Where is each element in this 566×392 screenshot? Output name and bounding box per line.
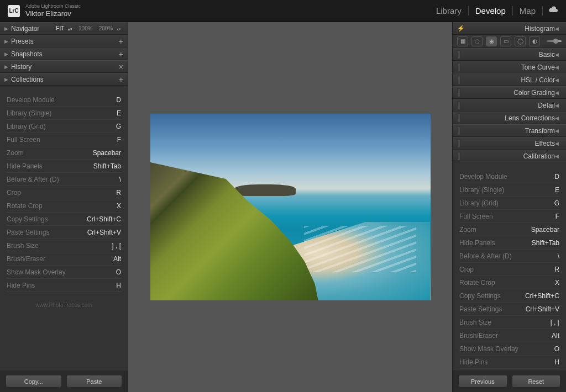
collapse-icon: ▶: [4, 39, 11, 44]
shortcut-row: ZoomSpacebar: [459, 223, 559, 236]
panel-histogram[interactable]: ⚡ Histogram ◀: [453, 22, 566, 35]
panel-switch-icon[interactable]: [457, 101, 460, 110]
preview-image[interactable]: [150, 114, 431, 300]
module-library[interactable]: Library: [429, 6, 469, 15]
shortcut-row: Hide PanelsShift+Tab: [459, 236, 559, 250]
panel-switch-icon[interactable]: [457, 50, 460, 59]
shortcut-row: Library (Single)E: [7, 107, 121, 120]
panel-effects[interactable]: Effects◀: [453, 137, 566, 150]
panel-color-grading[interactable]: Color Grading◀: [453, 86, 566, 99]
collapse-icon: ▶: [4, 77, 11, 82]
collapse-icon: ◀: [555, 128, 562, 134]
shortcut-row: ZoomSpacebar: [7, 146, 121, 160]
previous-button[interactable]: Previous: [458, 375, 507, 388]
panel-transform[interactable]: Transform◀: [453, 124, 566, 137]
right-panel: ⚡ Histogram ◀ ▦ ◌ ◉ ▭ ◯ ◐ Basic◀ Tone Cu…: [452, 22, 566, 392]
shortcut-row: Brush Size] , [: [459, 316, 559, 329]
collapse-icon: ▶: [4, 64, 11, 70]
module-map[interactable]: Map: [513, 6, 543, 15]
panel-calibration[interactable]: Calibration◀: [453, 150, 566, 162]
redeye-tool-icon[interactable]: ◉: [486, 36, 497, 46]
app-logo: LrC: [8, 5, 20, 17]
collapse-icon: ◀: [555, 52, 562, 57]
shortcut-row: Full ScreenF: [7, 133, 121, 146]
shortcut-row: Before & After (D)\: [459, 250, 559, 263]
shortcut-row: Library (Grid)G: [7, 120, 121, 133]
shortcut-row: Develop ModuleD: [459, 170, 559, 183]
brush-tool-icon[interactable]: ◐: [529, 36, 540, 46]
shortcut-list-left: Develop ModuleD Library (Single)E Librar…: [0, 86, 128, 308]
collapse-icon: ◀: [555, 141, 562, 146]
add-preset-icon[interactable]: +: [119, 37, 123, 46]
copy-button[interactable]: Copy...: [6, 375, 62, 388]
collapse-icon: ◀: [555, 153, 562, 159]
module-develop[interactable]: Develop: [469, 6, 513, 15]
spot-tool-icon[interactable]: ◌: [471, 36, 483, 46]
collapse-icon: ◀: [555, 103, 562, 108]
shortcut-row: Copy SettingsCrl+Shift+C: [459, 289, 559, 303]
shortcut-row: Hide PinsH: [7, 279, 121, 292]
shortcut-row: Paste SettingsCrl+Shift+V: [459, 303, 559, 316]
collapse-icon: ▶: [4, 51, 11, 57]
shortcut-row: Brush Size] , [: [7, 239, 121, 252]
panel-history[interactable]: ▶ History ×: [0, 60, 128, 73]
panel-lens-corrections[interactable]: Lens Corrections◀: [453, 112, 566, 124]
panel-switch-icon[interactable]: [457, 152, 460, 161]
gradient-tool-icon[interactable]: ▭: [500, 36, 511, 46]
tool-slider[interactable]: [547, 40, 562, 42]
collapse-icon: ◀: [555, 90, 562, 96]
panel-tone-curve[interactable]: Tone Curve◀: [453, 61, 566, 73]
panel-switch-icon[interactable]: [457, 126, 460, 135]
canvas-area[interactable]: [128, 22, 452, 392]
shortcut-row: Library (Single)E: [459, 183, 559, 197]
zoom-200[interactable]: 200% ▴▾: [97, 25, 123, 31]
panel-hsl[interactable]: HSL / Color◀: [453, 73, 566, 86]
shortcut-row: Rotate CropX: [7, 199, 121, 213]
clear-history-icon[interactable]: ×: [119, 62, 123, 71]
collapse-icon: ◀: [555, 65, 562, 70]
panel-switch-icon[interactable]: [457, 114, 460, 123]
top-bar: LrC Adobe Lightroom Classic Viktor Eliza…: [0, 0, 566, 22]
shortcut-row: Brush/EraserAlt: [7, 252, 121, 266]
panel-switch-icon[interactable]: [457, 139, 460, 148]
radial-tool-icon[interactable]: ◯: [515, 36, 526, 46]
panel-detail[interactable]: Detail◀: [453, 99, 566, 112]
flash-icon: ⚡: [457, 25, 465, 32]
panel-switch-icon[interactable]: [457, 88, 460, 97]
credit-text: www.PhotoTraces.com: [7, 302, 121, 308]
crop-tool-icon[interactable]: ▦: [457, 36, 468, 46]
shortcut-row: Rotate CropX: [459, 276, 559, 289]
collapse-icon: ◀: [555, 77, 562, 83]
shortcut-row: Brush/EraserAlt: [459, 329, 559, 342]
panel-basic[interactable]: Basic◀: [453, 48, 566, 61]
reset-button[interactable]: Reset: [512, 375, 561, 388]
shortcut-row: Paste SettingsCrl+Shift+V: [7, 226, 121, 239]
cloud-sync-icon[interactable]: [548, 6, 558, 15]
panel-navigator[interactable]: ▶ Navigator FIT ▴▾ 100% 200% ▴▾: [0, 22, 128, 35]
panel-switch-icon[interactable]: [457, 63, 460, 72]
zoom-fit[interactable]: FIT ▴▾: [54, 25, 75, 31]
collapse-icon: ◀: [555, 115, 562, 121]
zoom-100[interactable]: 100%: [77, 25, 94, 31]
shortcut-row: Hide PinsH: [459, 356, 559, 369]
shortcut-row: Library (Grid)G: [459, 197, 559, 210]
user-name: Viktor Elizarov: [25, 9, 81, 18]
collapse-icon: ▶: [4, 26, 11, 31]
left-panel: ▶ Navigator FIT ▴▾ 100% 200% ▴▾ ▶ Preset…: [0, 22, 128, 392]
shortcut-list-right: Develop ModuleD Library (Single)E Librar…: [453, 162, 566, 369]
shortcut-row: Hide PanelsShift+Tab: [7, 160, 121, 173]
panel-collections[interactable]: ▶ Collections +: [0, 73, 128, 86]
panel-presets[interactable]: ▶ Presets +: [0, 35, 128, 47]
shortcut-row: Show Mask OverlayO: [7, 266, 121, 279]
app-name: Adobe Lightroom Classic: [25, 4, 81, 9]
panel-snapshots[interactable]: ▶ Snapshots +: [0, 47, 128, 60]
add-snapshot-icon[interactable]: +: [119, 50, 123, 59]
shortcut-row: Before & After (D)\: [7, 173, 121, 186]
shortcut-row: Develop ModuleD: [7, 93, 121, 107]
collapse-icon: ◀: [555, 26, 562, 31]
tool-strip: ▦ ◌ ◉ ▭ ◯ ◐: [453, 35, 566, 48]
add-collection-icon[interactable]: +: [119, 75, 123, 84]
panel-switch-icon[interactable]: [457, 76, 460, 84]
paste-button[interactable]: Paste: [66, 375, 123, 388]
shortcut-row: CropR: [7, 186, 121, 199]
